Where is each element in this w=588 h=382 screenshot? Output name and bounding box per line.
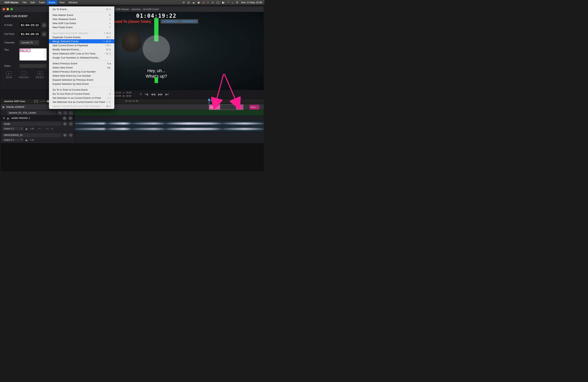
close-icon[interactable] bbox=[3, 8, 5, 10]
menu-item[interactable]: Split Current Event at Playhead^ ⌘ S bbox=[49, 43, 114, 47]
menu-item[interactable]: Select Next Event⌘▶ bbox=[49, 65, 114, 70]
punch-indicator bbox=[143, 35, 170, 63]
set-in-button[interactable]: ⟨|⟩ bbox=[42, 22, 47, 28]
go-to-start-button[interactable]: I◀ bbox=[145, 92, 148, 96]
mute-all-button[interactable]: M bbox=[63, 116, 67, 120]
wifi-icon[interactable]: ⌔ bbox=[228, 1, 229, 4]
menu-item[interactable]: Go To Event...⌘ G bbox=[49, 7, 114, 11]
set-out-button[interactable]: ⟨|⟩ bbox=[42, 32, 47, 37]
camera-icon[interactable]: ▪ bbox=[69, 111, 73, 115]
status-tray: ⇄ ◎ ☁︎ ◉ ⊞ ᚼ ⊙ ◯ ▮▸ ⌔ ⌕ ☰ Mon 13 May 16:… bbox=[183, 1, 262, 4]
clock[interactable]: Mon 13 May 16:06 bbox=[241, 1, 262, 4]
guide-track-lane[interactable] bbox=[75, 121, 264, 132]
menu-item[interactable]: Expand Selection by Previous Event bbox=[49, 78, 114, 82]
menu-window[interactable]: Window bbox=[66, 0, 79, 4]
menu-item[interactable]: Select Previous Event⌘◀ bbox=[49, 62, 114, 65]
grid-icon[interactable]: ⊞ bbox=[202, 1, 205, 4]
solo-button[interactable]: S bbox=[69, 122, 73, 126]
menu-item: New Event from DAW Selection⇧ ⌘ N bbox=[49, 31, 114, 35]
speaker-icon[interactable]: 🔈 bbox=[25, 127, 28, 130]
timelines-icon: ▭ bbox=[21, 71, 26, 76]
menu-item[interactable]: Go To In Point of Current EventI bbox=[49, 88, 114, 92]
db-readout: 0 dB bbox=[30, 139, 34, 141]
menu-edit[interactable]: Edit bbox=[29, 0, 37, 4]
menu-view[interactable]: View bbox=[57, 0, 66, 4]
cloud-icon[interactable]: ☁︎ bbox=[192, 1, 195, 4]
go-to-end-button[interactable]: ▶I bbox=[166, 92, 168, 96]
menu-item[interactable]: Set Selection Out as Current Event's Out… bbox=[49, 100, 114, 104]
project-tab[interactable]: ★PROJECT bbox=[35, 71, 44, 79]
svg-line-1 bbox=[224, 74, 237, 104]
solo-button[interactable]: S bbox=[69, 133, 73, 137]
menu-item[interactable]: New Flutter EventF bbox=[49, 25, 114, 29]
app-name[interactable]: ADR Master bbox=[4, 1, 19, 4]
loop-button[interactable]: ↻ bbox=[140, 92, 142, 96]
cue-event-panel: ADR CUE EVENT In Point: 01:04:19:22 ⟨|⟩ … bbox=[1, 12, 49, 90]
menu-event[interactable]: Event bbox=[47, 0, 57, 4]
user-icon[interactable]: ◯ bbox=[216, 1, 219, 4]
menu-track[interactable]: Track bbox=[37, 0, 47, 4]
solo-all-button[interactable]: S bbox=[68, 116, 73, 120]
out-point-field[interactable]: 01:04:20:15 bbox=[19, 31, 41, 37]
menu-item[interactable]: Merge Selected Events⌥ ⌘ M bbox=[49, 39, 114, 43]
output-select[interactable]: Output 1-2⇕ bbox=[2, 138, 24, 142]
bluetooth-icon[interactable]: ᚼ bbox=[207, 1, 209, 4]
sync-icon[interactable]: ⇄ bbox=[183, 1, 185, 4]
cue-id-overlay: LEONARD022-LEONARD023 bbox=[161, 19, 198, 23]
control-center-icon[interactable]: ☰ bbox=[236, 1, 238, 4]
menu-file[interactable]: File bbox=[21, 0, 29, 4]
mute-button[interactable]: M bbox=[63, 133, 67, 137]
menu-item[interactable]: New ADR Cue EventA bbox=[49, 21, 114, 25]
mute-button[interactable]: M bbox=[63, 122, 67, 126]
menu-item[interactable]: Duplicate Current Events⌘ D bbox=[49, 35, 114, 39]
solo-button[interactable]: S bbox=[63, 111, 67, 115]
battery-icon[interactable]: ▮▸ bbox=[222, 1, 225, 4]
cue-text-value: Hey, uh... bbox=[20, 49, 30, 52]
video-track-lane[interactable] bbox=[75, 110, 264, 116]
menu-item[interactable]: Send Selected ADR Cues to Pro Tools^ ⌘ O bbox=[49, 52, 114, 56]
forward-button[interactable]: ▶▶ bbox=[158, 92, 163, 96]
grace-track-lane[interactable] bbox=[75, 132, 264, 143]
disclosure-triangle-icon[interactable]: ▼ bbox=[3, 117, 5, 120]
character-select[interactable]: Leonard To ⇕ bbox=[20, 40, 39, 45]
pan-right[interactable]: > 100 bbox=[43, 127, 50, 130]
menu-item[interactable]: Select Next Event by Cue Number bbox=[49, 74, 114, 78]
mute-button[interactable]: M bbox=[58, 111, 62, 115]
menu-item[interactable]: Expand Selection by Next Event bbox=[49, 82, 114, 86]
output-select[interactable]: Output 1-2⇕ bbox=[2, 127, 24, 130]
menu-item: Update Current Event from DAW Selection⌘… bbox=[49, 104, 114, 108]
disclosure-triangle-icon[interactable]: ▶ bbox=[3, 106, 5, 108]
menu-item[interactable]: Select Previous Event by Cue Number bbox=[49, 70, 114, 74]
zoom-icon[interactable] bbox=[10, 8, 13, 10]
notes-field[interactable] bbox=[20, 64, 47, 68]
minimize-icon[interactable] bbox=[7, 8, 9, 10]
visual-events-label: VISUAL EVENTS bbox=[6, 106, 24, 108]
waveform-icon[interactable]: ┃┃┃ bbox=[34, 100, 39, 103]
in-point-label: In Point: bbox=[4, 24, 19, 26]
speaker-icon[interactable]: 🔈 bbox=[25, 138, 28, 141]
menu-item[interactable]: Assign Cue Numbers to Selected Events... bbox=[49, 56, 114, 60]
cue-text-field[interactable]: Hey, uh... bbox=[20, 48, 47, 61]
chevron-updown-icon: ⇕ bbox=[36, 42, 37, 43]
dial-icon[interactable]: ◎ bbox=[188, 1, 189, 4]
pan-left[interactable]: < 100 bbox=[36, 127, 42, 130]
guide-track-header: Guide M S Output 1-2⇕ 🔈 0 dB < 100 > 100… bbox=[1, 121, 75, 132]
search-icon[interactable]: ⌕ bbox=[232, 1, 233, 4]
timelines-tab[interactable]: ▭TIMELINES bbox=[19, 71, 29, 79]
menu-item[interactable]: Go To Out Point of Current EventO bbox=[49, 92, 114, 96]
zoom-slider[interactable] bbox=[40, 101, 49, 102]
menu-item[interactable]: Set Selection In as Current Event's In P… bbox=[49, 96, 114, 100]
video-track-name[interactable]: Jasmine_R1_V18_Locked bbox=[7, 111, 56, 115]
menu-item[interactable]: New Marker EventM bbox=[49, 13, 114, 17]
grace-track-name[interactable]: GRACE00033_01 bbox=[2, 133, 61, 137]
circle-icon[interactable]: ◉ bbox=[198, 1, 200, 4]
guide-track-name[interactable]: Guide bbox=[2, 122, 61, 126]
menu-item[interactable]: New Streamer EventS bbox=[49, 17, 114, 21]
play-status-icon[interactable]: ⊙ bbox=[211, 1, 214, 4]
menu-item[interactable]: Modify Selected Events...⌘ M bbox=[49, 47, 114, 52]
in-point-field[interactable]: 01:04:19:22 bbox=[19, 22, 41, 28]
panel-title: ADR CUE EVENT bbox=[4, 15, 47, 18]
cue-clip[interactable]: How's... bbox=[250, 105, 259, 109]
media-tab[interactable]: ▸MEDIA bbox=[6, 71, 12, 79]
rewind-button[interactable]: ◀◀ bbox=[151, 92, 155, 96]
